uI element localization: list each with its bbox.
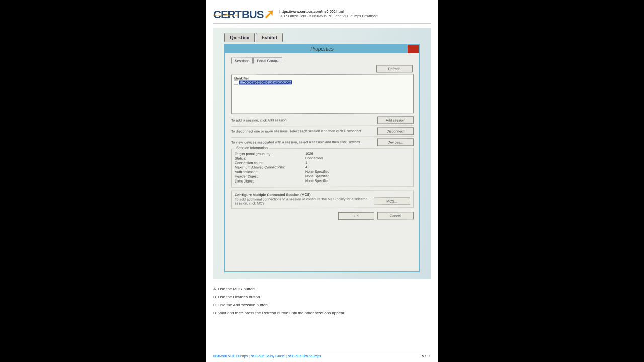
instr-add: To add a session, click Add session. [231,118,377,123]
option-c: C. Use the Add session button. [213,301,431,309]
page-footer: NS0-506 VCE Dumps | NS0-506 Study Guide … [213,352,431,358]
close-icon[interactable] [408,45,419,53]
instr-devices: To view devices associated with a sessio… [231,140,377,145]
tab-portal-groups[interactable]: Portal Groups [253,57,282,63]
add-session-button[interactable]: Add session [377,116,414,124]
page-number: 5 / 11 [422,354,431,358]
mcs-title: Configure Multiple Connected Session (MC… [235,192,410,196]
ok-button[interactable]: OK [338,212,374,219]
footer-link-vce[interactable]: NS0-506 VCE Dumps [213,354,248,358]
logo-url: www.CertBus.com [213,14,238,17]
answer-options: A. Use the MCS button. B. Use the Device… [213,285,431,317]
page-header: www.CertBus.com CERTBUS➚ https://www.cer… [213,7,431,24]
mcs-group: Configure Multiple Connected Session (MC… [231,190,414,208]
dialog-subtabs: Sessions Portal Groups [231,57,414,63]
document-page: www.CertBus.com CERTBUS➚ https://www.cer… [206,0,438,362]
header-subtitle: 2017 Latest CertBus NS0-506 PDF and VCE … [279,14,377,18]
exhibit-tabs: Question Exhibit [224,33,283,42]
header-url: https://www.certbus.com/ns0-506.html [279,9,377,14]
session-information-group: Session Information Target portal group … [231,148,414,187]
identifier-list[interactable]: Identifier fffe00004709450-4089012700000… [231,74,414,114]
footer-link-study[interactable]: NS0-506 Study Guide [251,354,285,358]
tab-exhibit[interactable]: Exhibit [256,33,283,42]
footer-link-brain[interactable]: NS0-506 Braindumps [288,354,321,358]
mcs-text: To add additional connections to a sessi… [235,197,374,206]
instr-disconnect: To disconnect one or more sessions, sele… [231,129,377,134]
properties-dialog: Properties Sessions Portal Groups Refres… [224,44,420,272]
identifier-row[interactable]: fffe00004709450-4089012700000002 [239,80,292,84]
option-d: D. Wait and then press the Refresh butto… [213,309,431,317]
disconnect-button[interactable]: Disconnect [377,127,414,135]
option-b: B. Use the Devices button. [213,293,431,301]
tab-question[interactable]: Question [224,33,255,42]
header-text: https://www.certbus.com/ns0-506.html 201… [279,9,377,18]
tab-sessions[interactable]: Sessions [231,57,253,63]
identifier-checkbox[interactable] [234,80,238,85]
dialog-title: Properties [225,45,419,53]
exhibit-screenshot: Question Exhibit Properties Sessions Por… [213,28,431,279]
session-info-legend: Session Information [235,146,269,149]
mcs-button[interactable]: MCS... [374,197,410,205]
cancel-button[interactable]: Cancel [377,212,414,219]
logo-part-b: BUS [242,9,263,20]
option-a: A. Use the MCS button. [213,285,431,293]
logo-arrow-icon: ➚ [264,7,274,20]
refresh-button[interactable]: Refresh [376,65,413,72]
devices-button[interactable]: Devices... [377,138,414,146]
